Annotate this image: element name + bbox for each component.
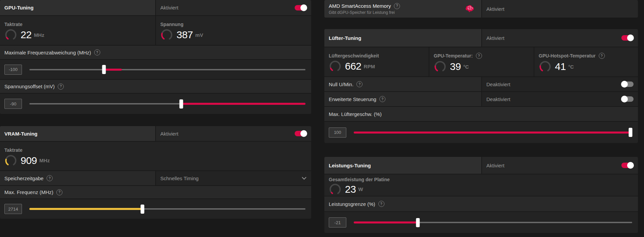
max-freq-deviation-slider-row (0, 60, 311, 79)
gpu-clock-value: 22 (21, 29, 31, 41)
slider-handle[interactable] (416, 218, 420, 227)
toggle-knob (627, 162, 634, 169)
power-tuning-panel: Leistungs-Tuning Aktiviert Gesamtleistun… (324, 157, 638, 233)
fan-tuning-header: Lüfter-Tuning (324, 29, 481, 47)
fan-tuning-title: Lüfter-Tuning (329, 35, 361, 41)
power-tuning-header: Leistungs-Tuning (324, 157, 481, 174)
power-tuning-toggle[interactable] (621, 163, 634, 168)
max-freq-deviation-input[interactable] (4, 65, 22, 75)
slider-handle[interactable] (141, 205, 144, 214)
gpu-clock-gauge-cell: Taktrate 22 MHz (0, 16, 155, 45)
help-icon[interactable]: ? (378, 201, 384, 207)
vram-tuning-toggle[interactable] (295, 131, 307, 136)
voltage-offset-slider-row (0, 94, 311, 114)
gpu-clock-gauge-icon (4, 28, 17, 41)
slider-handle[interactable] (629, 128, 633, 137)
max-frequency-slider-row (0, 199, 311, 219)
gpu-tuning-toggle[interactable] (295, 5, 307, 10)
gpu-tuning-status-cell: Aktiviert (156, 0, 311, 15)
power-tuning-status: Aktiviert (486, 163, 504, 168)
gpu-temp-unit: °C (463, 64, 469, 70)
vram-tuning-title: VRAM-Tuning (4, 131, 37, 137)
gpu-voltage-unit: mV (195, 32, 203, 38)
voltage-offset-slider[interactable] (29, 99, 305, 109)
slider-fill (104, 69, 122, 71)
slider-track[interactable] (29, 69, 305, 70)
gpu-tuning-panel: GPU-Tuning Aktiviert Taktrate 22 MHz (0, 0, 311, 114)
smart-access-panel: AMD SmartAccess Memory ? Gibt dGPU-Speic… (324, 0, 638, 18)
hotspot-temp-value: 41 (555, 61, 566, 72)
fan-speed-value: 662 (345, 61, 361, 72)
smart-access-title: AMD SmartAccess Memory (329, 3, 391, 9)
advanced-control-label-cell: Erweiterte Steuerung ? (324, 92, 481, 106)
gpu-temp-gauge-icon (434, 60, 447, 73)
gpu-temp-label: GPU-Temperatur: (434, 53, 473, 58)
power-limit-input[interactable] (329, 217, 346, 228)
hotspot-temp-gauge-cell: GPU-Hotspot-Temperatur ? 41 °C (534, 47, 638, 76)
fan-speed-label: Lüftergeschwindigkeit (329, 53, 379, 58)
power-tuning-title: Leistungs-Tuning (329, 163, 371, 168)
help-icon[interactable]: ? (394, 3, 400, 9)
hotspot-temp-gauge-icon (539, 60, 552, 73)
max-frequency-label-row: Max. Frequenz (MHz) ? (0, 186, 311, 198)
power-limit-label: Leistungsgrenze (%) (329, 201, 375, 207)
gpu-tuning-status: Aktiviert (160, 5, 178, 10)
advanced-control-toggle[interactable] (621, 96, 634, 102)
zero-rpm-toggle[interactable] (621, 81, 634, 87)
voltage-offset-label: Spannungsoffset (mV) (4, 84, 55, 89)
max-frequency-input[interactable] (4, 204, 22, 214)
max-fan-speed-input[interactable] (329, 127, 346, 138)
fan-tuning-status: Aktiviert (486, 35, 504, 41)
voltage-offset-input[interactable] (4, 99, 22, 109)
help-icon[interactable]: ? (94, 49, 100, 55)
help-icon[interactable]: ? (356, 81, 363, 87)
memory-timing-label-cell: Speicherzeitgabe ? (0, 171, 155, 185)
brain-icon (465, 5, 474, 13)
zero-rpm-label: Null U/Min. (329, 81, 353, 87)
fan-tuning-toggle[interactable] (621, 35, 634, 41)
chevron-down-icon (301, 176, 307, 180)
help-icon[interactable]: ? (379, 96, 385, 102)
help-icon[interactable]: ? (47, 175, 53, 181)
gpu-tuning-title: GPU-Tuning (4, 5, 33, 10)
vram-clock-gauge-cell: Taktrate 909 MHz (0, 142, 311, 170)
gpu-voltage-gauge-icon (160, 28, 173, 41)
help-icon[interactable]: ? (56, 189, 62, 195)
max-freq-deviation-label: Maximale Frequenzabweichung (MHz) (4, 50, 91, 55)
slider-fill (354, 221, 418, 223)
help-icon[interactable]: ? (599, 53, 605, 59)
max-freq-deviation-slider[interactable] (29, 65, 305, 75)
toggle-knob (621, 96, 628, 102)
smart-access-status: Aktiviert (486, 6, 504, 12)
slider-handle[interactable] (102, 65, 106, 74)
help-icon[interactable]: ? (58, 84, 64, 90)
max-fan-speed-slider-row (324, 122, 638, 143)
fan-tuning-status-cell: Aktiviert (482, 29, 638, 47)
gpu-voltage-gauge-cell: Spannung 387 mV (156, 16, 311, 45)
fan-speed-gauge-cell: Lüftergeschwindigkeit 662 RPM (324, 47, 429, 76)
help-icon[interactable]: ? (476, 53, 482, 59)
gpu-temp-value: 39 (450, 61, 461, 72)
board-power-value: 23 (345, 184, 356, 195)
board-power-gauge-cell: Gesamtleistung der Platine 23 W (324, 174, 638, 196)
smart-access-subtitle: Gibt dGPU-Speicher für Leistung frei (329, 10, 400, 15)
board-power-unit: W (358, 186, 363, 192)
vram-tuning-status: Aktiviert (160, 131, 178, 137)
board-power-label: Gesamtleistung der Platine (329, 177, 390, 182)
memory-timing-label: Speicherzeitgabe (4, 175, 44, 181)
slider-handle[interactable] (179, 99, 183, 109)
gpu-voltage-value: 387 (177, 29, 193, 41)
zero-rpm-status-cell: Deaktiviert (482, 77, 638, 91)
hotspot-temp-label: GPU-Hotspot-Temperatur (539, 53, 596, 58)
board-power-gauge-icon (329, 183, 342, 196)
fan-tuning-panel: Lüfter-Tuning Aktiviert Lüftergeschwindi… (324, 29, 638, 143)
gpu-temp-gauge-cell: GPU-Temperatur: ? 39 °C (429, 47, 534, 76)
power-limit-slider[interactable] (354, 217, 632, 228)
max-frequency-slider[interactable] (29, 204, 305, 214)
max-fan-speed-label-row: Max. Lüftergeschw. (%) (324, 107, 638, 121)
power-limit-label-row: Leistungsgrenze (%) ? (324, 196, 638, 211)
max-fan-speed-slider[interactable] (354, 127, 632, 138)
smart-access-status-cell: Aktiviert (482, 0, 638, 18)
gpu-clock-label: Taktrate (4, 22, 22, 27)
memory-timing-dropdown[interactable]: Schnelles Timing (156, 171, 311, 185)
